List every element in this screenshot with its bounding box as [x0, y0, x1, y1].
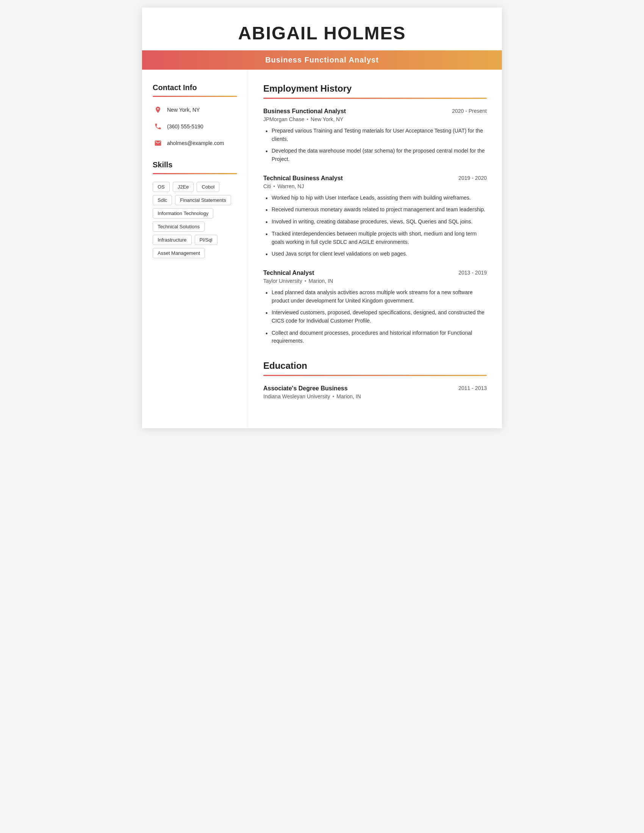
job-title: Technical Business Analyst [263, 175, 343, 182]
job-bullet: Tracked interdependencies between multip… [263, 230, 487, 246]
job-company: Citi•Warren, NJ [263, 183, 487, 189]
resume-container: ABIGAIL HOLMES Business Functional Analy… [142, 8, 502, 428]
education-divider [263, 375, 487, 376]
education-section-title: Education [263, 360, 487, 371]
education-section: Education Associate's Degree Business201… [263, 360, 487, 399]
job-entry: Technical Business Analyst2019 - 2020Cit… [263, 175, 487, 258]
employment-section: Employment History Business Functional A… [263, 83, 487, 345]
job-bullet: Collect and document processes, procedur… [263, 329, 487, 345]
skill-tag: Technical Solutions [153, 222, 204, 232]
job-dates: 2013 - 2019 [458, 270, 487, 276]
skill-tag: Sdlc [153, 195, 172, 205]
job-bullet: Prepared various Training and Testing ma… [263, 127, 487, 143]
skill-tag: Infrastructure [153, 235, 192, 245]
job-entry: Business Functional Analyst2020 - Presen… [263, 108, 487, 164]
job-bullet: Worked hip to hip with User Interface Le… [263, 194, 487, 202]
skill-tag: J2Ee [173, 182, 194, 192]
sidebar: Contact Info New York, NY (360) 555-5190 [142, 70, 248, 428]
phone-icon [153, 121, 163, 132]
location-icon [153, 105, 163, 115]
skills-section-title: Skills [153, 161, 237, 169]
candidate-title: Business Functional Analyst [157, 56, 487, 64]
job-bullet: Developed the data warehouse model (star… [263, 147, 487, 163]
edu-dates: 2011 - 2013 [458, 385, 487, 391]
skills-divider [153, 173, 237, 174]
email-text: aholmes@example.com [167, 140, 224, 146]
job-header: Technical Analyst2013 - 2019 [263, 270, 487, 277]
edu-header: Associate's Degree Business2011 - 2013 [263, 385, 487, 392]
location-text: New York, NY [167, 107, 200, 113]
employment-section-title: Employment History [263, 83, 487, 94]
title-bar: Business Functional Analyst [142, 50, 502, 70]
job-bullet: Interviewed customers, proposed, develop… [263, 309, 487, 325]
job-dates: 2019 - 2020 [458, 175, 487, 181]
edu-degree: Associate's Degree Business [263, 385, 348, 392]
body-layout: Contact Info New York, NY (360) 555-5190 [142, 70, 502, 428]
job-bullet: Lead planned data analysis activities ac… [263, 288, 487, 305]
job-header: Technical Business Analyst2019 - 2020 [263, 175, 487, 182]
job-title: Technical Analyst [263, 270, 314, 277]
skill-tag: Asset Management [153, 248, 205, 258]
contact-email: aholmes@example.com [153, 138, 237, 148]
job-company: JPMorgan Chase•New York, NY [263, 116, 487, 122]
job-dates: 2020 - Present [452, 108, 487, 114]
job-bullet: Involved in writing, creating database p… [263, 218, 487, 226]
job-bullets: Prepared various Training and Testing ma… [263, 127, 487, 164]
edu-school: Indiana Wesleyan University•Marion, IN [263, 393, 487, 399]
header: ABIGAIL HOLMES [142, 8, 502, 43]
contact-location: New York, NY [153, 105, 237, 115]
skill-tag: Pl/Sql [195, 235, 217, 245]
phone-text: (360) 555-5190 [167, 124, 203, 130]
skills-section: Skills OSJ2EeCobolSdlcFinancial Statemen… [153, 161, 237, 258]
job-bullet: Used Java script for client level valida… [263, 250, 487, 258]
contact-divider [153, 96, 237, 97]
job-bullets: Worked hip to hip with User Interface Le… [263, 194, 487, 258]
employment-divider [263, 98, 487, 99]
skill-tag: OS [153, 182, 170, 192]
job-title: Business Functional Analyst [263, 108, 346, 115]
job-company: Taylor University•Marion, IN [263, 278, 487, 284]
skill-tag: Cobol [196, 182, 219, 192]
candidate-name: ABIGAIL HOLMES [157, 23, 487, 43]
email-icon [153, 138, 163, 148]
job-header: Business Functional Analyst2020 - Presen… [263, 108, 487, 115]
skill-tag: Information Technology [153, 208, 213, 219]
job-entry: Technical Analyst2013 - 2019Taylor Unive… [263, 270, 487, 345]
job-bullets: Lead planned data analysis activities ac… [263, 288, 487, 345]
contact-phone: (360) 555-5190 [153, 121, 237, 132]
jobs-container: Business Functional Analyst2020 - Presen… [263, 108, 487, 345]
skill-tag: Financial Statements [175, 195, 231, 205]
skills-tags: OSJ2EeCobolSdlcFinancial StatementsInfor… [153, 182, 237, 258]
edu-entry: Associate's Degree Business2011 - 2013In… [263, 385, 487, 399]
job-bullet: Received numerous monetary awards relate… [263, 206, 487, 214]
edu-container: Associate's Degree Business2011 - 2013In… [263, 385, 487, 399]
main-content: Employment History Business Functional A… [248, 70, 502, 428]
contact-section-title: Contact Info [153, 83, 237, 92]
